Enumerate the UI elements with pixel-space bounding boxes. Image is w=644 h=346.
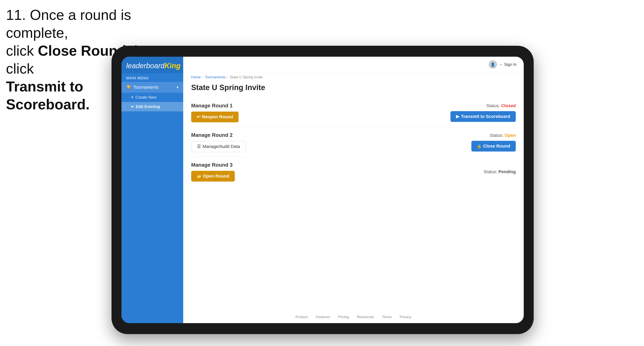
logo-king: King [164,62,180,70]
app-container: leaderboardKing MAIN MENU Tournaments ▾ … [122,57,524,323]
tablet-screen: leaderboardKing MAIN MENU Tournaments ▾ … [122,57,524,323]
close-icon [477,144,482,149]
instruction-line2: click [6,43,38,59]
sidebar-item-tournaments[interactable]: Tournaments ▾ [122,82,183,93]
reopen-round-button[interactable]: Reopen Round [191,112,238,122]
breadcrumb-home[interactable]: Home [191,75,201,79]
round-1-right: Status: Closed Transmit to Scoreboard [450,103,516,122]
sidebar-edit-existing[interactable]: Edit Existing [122,102,183,111]
plus-icon [131,95,134,100]
create-new-label: Create New [136,95,156,100]
edit-existing-label: Edit Existing [136,104,160,109]
round-2-left: Manage Round 2 Manage/Audit Data [191,132,246,152]
main-menu-label: MAIN MENU [122,73,183,82]
sidebar-tournaments-label: Tournaments [133,85,158,90]
page-title: State U Spring Invite [191,83,516,92]
footer-terms[interactable]: Terms [382,315,392,319]
tablet-device: leaderboardKing MAIN MENU Tournaments ▾ … [112,46,534,334]
round-3-right: Status: Pending [484,169,516,174]
footer-product[interactable]: Product [296,315,308,319]
signin-arrow-icon [499,62,502,67]
transmit-scoreboard-button[interactable]: Transmit to Scoreboard [450,111,516,122]
round-1-section: Manage Round 1 Reopen Round Status: Clos… [191,98,516,127]
manage-audit-button[interactable]: Manage/Audit Data [191,141,246,152]
round-2-right: Status: Open Close Round [471,133,516,152]
reopen-icon [197,114,200,120]
open-round-button[interactable]: Open Round [191,171,235,181]
round-1-title: Manage Round 1 [191,103,238,109]
instruction-line1: 11. Once a round is complete, [6,7,131,41]
round-3-status-value: Pending [498,169,516,174]
footer-features[interactable]: Features [316,315,330,319]
instruction-bold2: Transmit to Scoreboard. [6,79,90,112]
page-content: State U Spring Invite Manage Round 1 Reo… [183,79,524,311]
round-1-left: Manage Round 1 Reopen Round [191,103,238,122]
round-3-section: Manage Round 3 Open Round Status: Pendin… [191,157,516,186]
round-3-status: Status: Pending [484,169,516,174]
reopen-round-label: Reopen Round [202,114,233,120]
sign-in-button[interactable]: Sign In [489,60,516,69]
round-2-status: Status: Open [490,133,516,138]
footer: Product Features Pricing Resources Terms… [183,311,524,323]
round-1-status: Status: Closed [486,103,516,108]
round-3-left: Manage Round 3 Open Round [191,162,235,181]
avatar [489,60,497,69]
top-nav: Sign In [183,57,524,72]
main-content: Sign In Home / Tournaments / State U Spr… [183,57,524,323]
breadcrumb-tournaments[interactable]: Tournaments [205,75,226,79]
breadcrumb: Home / Tournaments / State U Spring Invi… [183,72,524,79]
trophy-icon [126,85,131,90]
edit-icon [131,104,134,109]
logo: leaderboardKing [126,62,178,69]
breadcrumb-sep2: / [227,75,228,79]
close-round-button[interactable]: Close Round [471,141,516,152]
user-icon [490,62,495,67]
sign-in-label: Sign In [504,62,516,67]
open-icon [197,173,201,179]
sidebar-create-new[interactable]: Create New [122,93,183,102]
logo-leaderboard: leaderboard [126,62,164,70]
sidebar-logo: leaderboardKing [122,57,183,73]
manage-icon [197,144,201,149]
manage-audit-label: Manage/Audit Data [202,144,240,149]
footer-pricing[interactable]: Pricing [338,315,349,319]
transmit-icon [456,114,460,119]
round-2-section: Manage Round 2 Manage/Audit Data Status:… [191,127,516,157]
sidebar: leaderboardKing MAIN MENU Tournaments ▾ … [122,57,183,323]
round-2-status-value: Open [504,133,516,138]
open-round-label: Open Round [203,173,229,179]
round-1-status-value: Closed [501,103,516,108]
chevron-down-icon: ▾ [177,85,178,89]
round-2-title: Manage Round 2 [191,132,246,138]
footer-privacy[interactable]: Privacy [400,315,412,319]
breadcrumb-sep1: / [202,75,203,79]
round-3-title: Manage Round 3 [191,162,235,168]
footer-resources[interactable]: Resources [357,315,374,319]
close-round-label: Close Round [483,144,510,149]
breadcrumb-current: State U Spring Invite [230,75,263,79]
transmit-scoreboard-label: Transmit to Scoreboard [461,114,510,119]
